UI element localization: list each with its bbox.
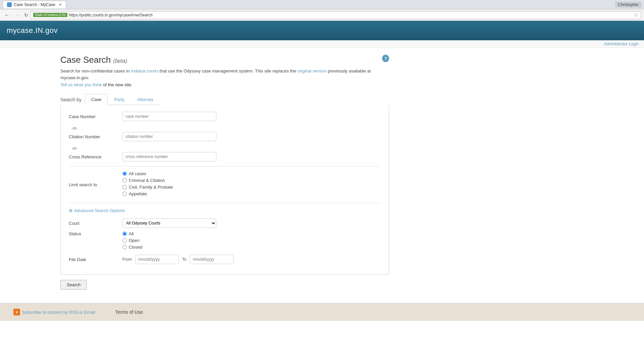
page-title: Case Search (beta) <box>60 55 378 65</box>
radio-all-cases-label: All cases <box>129 171 146 176</box>
tab-favicon <box>7 2 12 7</box>
rss-link[interactable]: Subscribe to content by RSS or Email <box>22 310 95 315</box>
status-closed-input[interactable] <box>122 245 127 249</box>
original-version-link[interactable]: original version <box>297 68 326 73</box>
footer-rss: ▼ Subscribe to content by RSS or Email <box>13 309 95 315</box>
page-wrapper: mycase.IN.gov Administrator Login Case S… <box>0 21 644 349</box>
status-radio-group: All Open Closed <box>122 231 142 251</box>
search-by-container: Search by Case Party Attorney <box>60 94 389 105</box>
radio-civil-label: Civil, Family & Probate <box>129 185 173 190</box>
address-text: https://public.courts.in.gov/mycase#/vw/… <box>69 13 152 17</box>
status-all-label: All <box>129 231 133 236</box>
main-content: Case Search (beta) Search for non-confid… <box>0 48 402 303</box>
court-label: Court <box>69 221 122 226</box>
status-open-input[interactable] <box>122 238 127 243</box>
tab-close-button[interactable]: ✕ <box>59 3 62 7</box>
status-open: Open <box>122 238 142 243</box>
limit-section: Limit search to All cases Criminal & Cit… <box>69 171 381 198</box>
browser-tab[interactable]: Case Search - MyCase ✕ <box>3 1 66 8</box>
citation-number-row: Citation Number <box>69 132 381 141</box>
site-title: mycase.IN.gov <box>7 26 58 35</box>
or-divider-2: -or- <box>69 145 381 152</box>
feedback-text: Tell us what you think of the new site. <box>60 82 378 87</box>
from-date-input[interactable] <box>135 255 179 264</box>
status-closed: Closed <box>122 245 142 250</box>
address-bar[interactable]: State of Indiana [US] https://public.cou… <box>30 11 641 19</box>
status-closed-label: Closed <box>129 245 142 250</box>
file-date-row: File Date From To <box>69 255 381 264</box>
rss-icon: ▼ <box>13 309 20 315</box>
cross-reference-input[interactable] <box>122 152 216 161</box>
forward-button[interactable]: → <box>13 11 22 19</box>
radio-civil: Civil, Family & Probate <box>122 185 173 190</box>
ssl-badge: State of Indiana [US] <box>33 13 67 17</box>
to-date-input[interactable] <box>190 255 233 264</box>
help-icon[interactable]: ? <box>382 55 389 62</box>
court-row: Court All Odyssey Courts <box>69 218 381 228</box>
advanced-toggle-label: Advanced Search Options <box>74 208 125 213</box>
search-by-label: Search by <box>60 97 82 102</box>
radio-all-cases-input[interactable] <box>122 171 127 176</box>
search-button[interactable]: Search <box>60 280 87 290</box>
browser-user: Christopher <box>615 2 641 8</box>
feedback-link[interactable]: Tell us what you think <box>60 82 102 87</box>
tab-party[interactable]: Party <box>108 94 130 105</box>
from-label: From <box>122 257 132 262</box>
radio-criminal-input[interactable] <box>122 178 127 183</box>
tab-title: Case Search - MyCase <box>14 2 55 7</box>
browser-titlebar: Case Search - MyCase ✕ Christopher <box>0 0 644 9</box>
status-open-label: Open <box>129 238 140 243</box>
status-row: Status All Open Closed <box>69 231 381 251</box>
case-number-row: Case Number <box>69 112 381 121</box>
divider-2 <box>69 203 381 203</box>
radio-appellate-input[interactable] <box>122 192 127 196</box>
tab-attorney[interactable]: Attorney <box>131 94 160 105</box>
radio-appellate-label: Appellate <box>129 191 147 196</box>
divider-1 <box>69 166 381 166</box>
description: Search for non-confidential cases in Ind… <box>60 68 378 81</box>
status-all-input[interactable] <box>122 232 127 236</box>
citation-number-input[interactable] <box>122 132 216 141</box>
radio-all-cases: All cases <box>122 171 173 176</box>
status-all: All <box>122 231 142 236</box>
beta-label: (beta) <box>113 58 127 64</box>
radio-criminal: Criminal & Citation <box>122 178 173 183</box>
limit-radio-group: All cases Criminal & Citation Civil, Fam… <box>122 171 173 198</box>
radio-civil-input[interactable] <box>122 185 127 189</box>
limit-search-row: Limit search to All cases Criminal & Cit… <box>69 171 381 198</box>
case-number-label: Case Number <box>69 114 122 119</box>
status-label: Status <box>69 231 122 236</box>
refresh-button[interactable]: ↻ <box>24 12 28 18</box>
search-panel: Case Number -or- Citation Number -or- Cr… <box>60 105 389 275</box>
radio-criminal-label: Criminal & Citation <box>129 178 165 183</box>
tab-case[interactable]: Case <box>85 94 108 105</box>
court-select[interactable]: All Odyssey Courts <box>122 218 216 228</box>
indiana-courts-link[interactable]: Indiana courts <box>131 68 158 73</box>
citation-number-label: Citation Number <box>69 134 122 139</box>
cross-reference-label: Cross Reference <box>69 154 122 159</box>
admin-bar: Administrator Login <box>0 40 644 48</box>
to-label: To <box>182 257 186 262</box>
cross-reference-row: Cross Reference <box>69 152 381 161</box>
admin-login-link[interactable]: Administrator Login <box>604 42 639 46</box>
footer-terms: Terms of Use <box>115 309 143 315</box>
footer: ▼ Subscribe to content by RSS or Email T… <box>0 303 644 321</box>
or-divider-1: -or- <box>69 124 381 132</box>
browser-toolbar: ← → ↻ State of Indiana [US] https://publ… <box>0 9 644 21</box>
tabs: Case Party Attorney <box>85 94 160 105</box>
date-group: From To <box>122 255 233 264</box>
plus-icon: ⊕ <box>69 208 73 213</box>
back-button[interactable]: ← <box>3 11 11 19</box>
limit-search-label: Limit search to <box>69 182 122 187</box>
advanced-search-toggle[interactable]: ⊕ Advanced Search Options <box>69 208 381 213</box>
file-date-label: File Date <box>69 257 122 262</box>
radio-appellate: Appellate <box>122 191 173 196</box>
site-header: mycase.IN.gov <box>0 21 644 40</box>
case-number-input[interactable] <box>122 112 216 121</box>
bookmark-icon[interactable]: ☆ <box>634 12 638 18</box>
